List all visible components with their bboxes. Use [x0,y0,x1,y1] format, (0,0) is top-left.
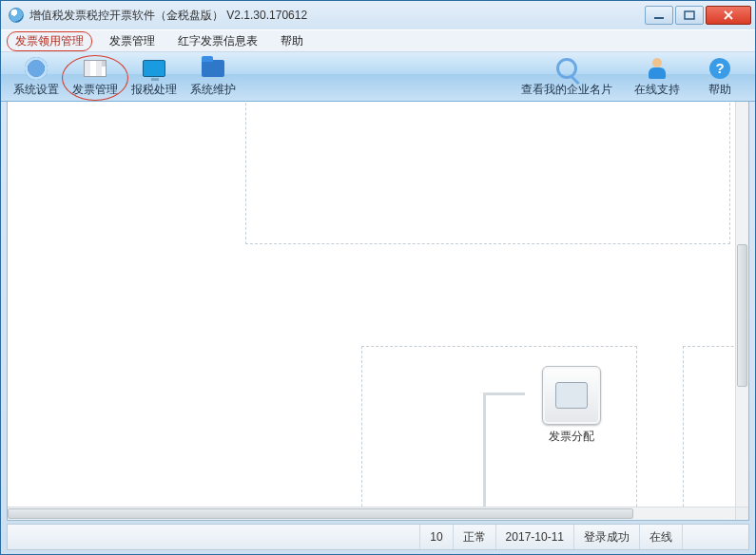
window-title: 增值税发票税控开票软件（金税盘版） V2.1.30.170612 [29,8,643,24]
menubar: 发票领用管理 发票管理 红字发票信息表 帮助 [1,29,755,52]
connector-top-h [483,392,525,395]
menu-help[interactable]: 帮助 [275,31,309,51]
status-date: 2017-10-11 [495,525,573,549]
dashed-group-top [245,102,730,244]
app-window: 增值税发票税控开票软件（金税盘版） V2.1.30.170612 发票领用管理 … [0,0,756,555]
tool-label: 发票管理 [72,82,118,98]
statusbar: 10 正常 2017-10-11 登录成功 在线 [7,524,749,550]
document-icon [542,366,601,425]
menu-redletter-info[interactable]: 红字发票信息表 [172,31,263,51]
tool-tax-report[interactable]: 报税处理 [125,53,184,101]
tool-label: 系统维护 [190,82,236,98]
flow-canvas[interactable]: 发票分配 ⇄ 发票读入 库存查询 发票填 ➔ ➔ [8,102,735,507]
grid-icon [83,56,107,81]
toolbar: 系统设置 发票管理 报税处理 系统维护 查看我的企业名片 在线支持 ? 帮助 [1,52,755,102]
tool-label: 报税处理 [131,82,177,98]
tool-label: 查看我的企业名片 [521,82,612,98]
node-label: 发票分配 [529,429,614,445]
titlebar: 增值税发票税控开票软件（金税盘版） V2.1.30.170612 [1,1,755,29]
tool-system-maint[interactable]: 系统维护 [184,53,242,101]
menu-invoice-procurement[interactable]: 发票领用管理 [7,31,92,51]
vertical-scrollbar[interactable] [735,102,748,507]
tool-view-card[interactable]: 查看我的企业名片 [510,53,624,101]
tool-invoice-manage[interactable]: 发票管理 [66,53,125,101]
connector-vert [483,394,486,507]
dashed-group-right [683,346,735,507]
gear-icon [24,56,48,81]
monitor-icon [142,56,166,81]
magnifier-icon [554,56,579,81]
status-tail [682,525,748,549]
minimize-button[interactable] [645,6,673,25]
tool-help[interactable]: ? 帮助 [690,53,749,101]
status-login: 登录成功 [573,525,639,549]
tool-label: 系统设置 [13,82,59,98]
tool-label: 帮助 [708,82,731,98]
window-controls [643,6,751,25]
svg-rect-1 [685,11,694,19]
tool-system-settings[interactable]: 系统设置 [7,53,66,101]
tool-online-support[interactable]: 在线支持 [624,53,690,101]
close-button[interactable] [706,6,751,25]
folder-gear-icon [201,56,225,81]
help-icon: ? [708,56,732,81]
menu-invoice-manage[interactable]: 发票管理 [104,31,161,51]
horizontal-scrollbar[interactable] [8,507,735,520]
status-state: 正常 [453,525,495,549]
client-area: 发票分配 ⇄ 发票读入 库存查询 发票填 ➔ ➔ [7,102,749,521]
horizontal-scroll-thumb[interactable] [8,508,633,519]
svg-rect-0 [654,17,664,19]
tool-label: 在线支持 [634,82,680,98]
node-invoice-distribute[interactable]: 发票分配 [529,366,614,445]
status-count: 10 [419,525,452,549]
vertical-scroll-thumb[interactable] [737,244,747,387]
status-net: 在线 [639,525,682,549]
scroll-corner [735,507,748,520]
person-icon [645,56,669,81]
maximize-button[interactable] [675,6,704,25]
app-icon [9,8,24,23]
